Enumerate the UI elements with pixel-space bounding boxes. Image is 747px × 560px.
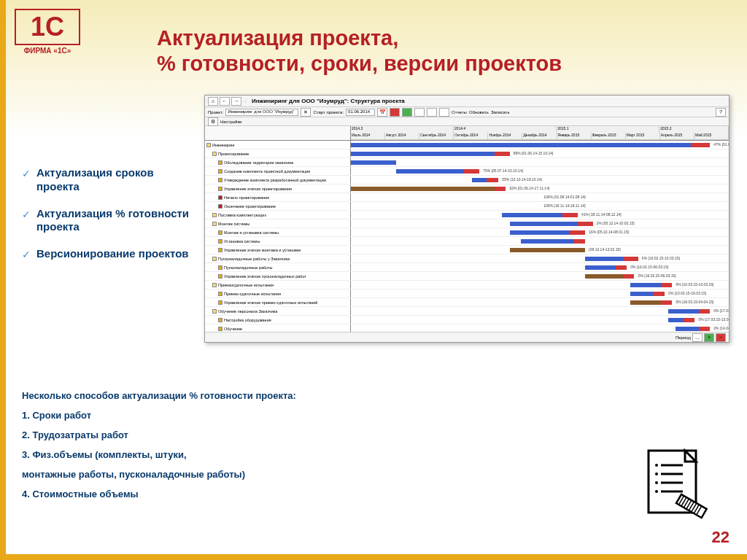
task-name[interactable]: Приемосдаточные испытания [205,281,351,289]
gantt-body[interactable]: Инжиниринг47% [01.06.14-27.04.15]Проекти… [205,141,729,342]
gantt-row[interactable]: Проектирование89% [01.06.14-15.10.14] [205,149,729,158]
gantt-row[interactable]: Управление этапом пусконаладочных работ0… [205,272,729,281]
project-input[interactable]: Инжиниринг для ООО "Изумруд" [225,109,298,116]
forward-button[interactable]: → [231,97,241,106]
gantt-bar[interactable] [351,160,396,165]
task-name[interactable]: Обследование территории заказчика [205,158,351,166]
zoom-in-button[interactable]: + [704,333,714,342]
task-name[interactable]: Приемо-сдаточные испытания [205,289,351,298]
gantt-row[interactable]: Приемо-сдаточные испытания0% [10.03.15-1… [205,289,729,298]
gantt-row[interactable]: Управление этапом монтажа и установки[09… [205,246,729,254]
gantt-bar[interactable] [574,239,586,244]
home-button[interactable]: ⌂ [208,97,218,106]
settings-button[interactable]: Настройки [220,120,241,124]
gantt-bar[interactable] [699,309,711,314]
gantt-bar[interactable] [684,318,695,322]
gantt-row[interactable]: Управление этапом приемо-сдаточных испыт… [205,298,729,307]
gantt-bar[interactable] [578,222,593,226]
task-label: Приемо-сдаточные испытания [224,292,281,296]
gantt-bar[interactable] [510,230,578,235]
gantt-bar[interactable] [351,152,502,156]
gantt-bar[interactable] [616,265,627,270]
task-name[interactable]: Поставка комплектующих [205,211,351,219]
gantt-bar[interactable] [351,143,699,147]
gantt-row[interactable]: Управление этапом проектирования62% [01.… [205,184,729,193]
zoom-out-button[interactable]: − [716,333,726,342]
help-button[interactable]: ? [716,108,726,117]
gantt-bar[interactable] [562,213,578,217]
logo-text: 1C [31,12,64,42]
gantt-row[interactable]: Обучение персонала Заказчика0% [17.03.15… [205,307,729,316]
task-name[interactable]: Пусконаладочные работы у Заказчика [205,254,351,262]
gantt-bar[interactable] [495,152,510,156]
gantt-row[interactable]: Установка системы [205,237,729,246]
star-icon[interactable]: ☆ [243,98,247,104]
gantt-row[interactable]: Поставка комплектующих41% [18.11.14-08.1… [205,211,729,219]
period-button[interactable]: ... [692,333,703,342]
task-name[interactable]: Управление этапом пусконаладочных работ [205,272,351,280]
gantt-bar[interactable] [502,213,570,217]
task-name[interactable]: Управление этапом проектирования [205,184,351,192]
task-name[interactable]: Установка системы [205,237,351,245]
gantt-row[interactable]: Окончание проектирования100% [18.11.14-1… [205,202,729,211]
task-name[interactable]: Пусконаладочные работы [205,263,351,271]
gantt-bar[interactable] [351,187,502,191]
save-button[interactable]: Записать [491,110,510,114]
action-button[interactable] [439,108,449,117]
action-button[interactable] [427,108,437,117]
gantt-row[interactable]: Утверждение комплекта разработанной доку… [205,176,729,184]
gantt-bar[interactable] [661,283,673,287]
period-label[interactable]: Период [676,335,691,340]
start-date-input[interactable]: 01.06.2014 [346,109,375,116]
gantt-bar[interactable] [487,178,498,182]
gantt-row[interactable]: Настройка оборудования0% [17.03.15-13.04… [205,316,729,324]
gantt-bar[interactable] [623,274,635,279]
gantt-row[interactable]: Инжиниринг47% [01.06.14-27.04.15] [205,141,729,149]
task-name[interactable]: Управление этапом приемо-сдаточных испыт… [205,298,351,306]
task-name[interactable]: Создание комплекта проектной документаци… [205,167,351,175]
gantt-row[interactable]: Обследование территории заказчика [205,158,729,167]
gantt-bar[interactable] [570,230,585,235]
gantt-bar[interactable] [510,222,586,226]
task-name[interactable]: Настройка оборудования [205,316,351,324]
lower-item: 1. Сроки работ [22,410,296,421]
refresh-button[interactable]: Обновить [469,110,489,114]
gantt-bar[interactable] [396,169,472,174]
calendar-icon[interactable]: 📅 [377,108,387,117]
task-name[interactable]: Управление этапом монтажа и установки [205,246,351,254]
action-button[interactable] [402,108,412,117]
back-button[interactable]: ← [220,97,230,106]
gantt-bar[interactable] [521,239,581,244]
gantt-bar[interactable] [691,143,710,147]
action-button[interactable] [414,108,425,117]
bar-percent-label: 0% [17.03.15-13.04.15] [699,317,729,322]
gantt-bar[interactable] [495,187,506,191]
task-name[interactable]: Начало проектирования [205,193,351,201]
gantt-row[interactable]: Приемосдаточные испытания0% [10.03.15-10… [205,281,729,289]
gantt-bar[interactable] [510,248,586,252]
gantt-bar[interactable] [623,257,638,261]
gantt-row[interactable]: Пусконаладочные работы0% [16.02.15-06.03… [205,263,729,272]
gantt-row[interactable]: Создание комплекта проектной документаци… [205,167,729,176]
task-name[interactable]: Проектирование [205,149,351,158]
gantt-bar[interactable] [661,300,673,305]
task-name[interactable]: Обучение персонала Заказчика [205,307,351,315]
gantt-row[interactable]: Начало проектирования100% [01.08.14-01.0… [205,193,729,202]
task-name[interactable]: Монтаж системы [205,219,351,228]
settings-icon[interactable]: ⚙ [208,117,218,126]
gantt-bar[interactable] [699,327,711,331]
task-name[interactable]: Утверждение комплекта разработанной доку… [205,176,351,184]
bar-percent-label: 0% [16.02.15-06.03.15] [630,265,668,269]
border-bottom [0,554,747,560]
action-button[interactable] [390,108,400,117]
task-name[interactable]: Инжиниринг [205,141,351,149]
gantt-bar[interactable] [653,292,665,296]
clear-button[interactable]: ✕ [301,108,311,117]
reports-button[interactable]: Отчеты [452,110,467,114]
gantt-row[interactable]: Пусконаладочные работы у Заказчика0% [16… [205,254,729,263]
gantt-bar[interactable] [464,169,479,174]
task-name[interactable]: Окончание проектирования [205,202,351,210]
task-name[interactable]: Монтаж и установка системы [205,228,351,236]
gantt-row[interactable]: Монтаж и установка системы16% [05.10.14-… [205,228,729,237]
gantt-row[interactable]: Монтаж системы2% [05.12.14-10.02.15] [205,219,729,228]
